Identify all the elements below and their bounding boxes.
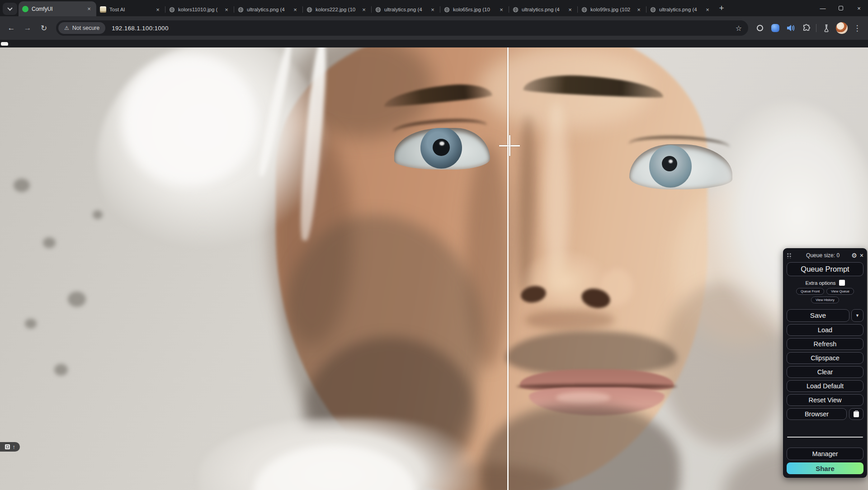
globe-favicon (306, 6, 312, 13)
tab-title: kolo65rs.jpg (10 (453, 7, 496, 12)
extensions-puzzle-icon[interactable] (799, 21, 813, 35)
manager-button[interactable]: Manager (787, 448, 863, 460)
view-queue-button[interactable]: View Queue (826, 288, 854, 295)
save-row: Save ▼ (787, 309, 863, 322)
search-lens-icon[interactable] (753, 21, 767, 35)
tab-search-button[interactable] (3, 3, 17, 15)
comfy-favicon (22, 6, 28, 12)
profile-avatar[interactable] (835, 21, 849, 35)
view-history-button[interactable]: View History (811, 297, 839, 303)
bookmark-star-icon[interactable]: ☆ (735, 24, 743, 33)
tost-favicon (100, 6, 106, 13)
bookmarks-bar (0, 40, 868, 47)
ring-icon (757, 25, 763, 31)
forward-button[interactable]: → (20, 20, 35, 36)
close-window-button[interactable]: × (850, 0, 868, 16)
tab-list: ComfyUI×Tost AI×kolors11010.jpg (×ultral… (19, 0, 715, 16)
experiments-flask-icon[interactable] (819, 21, 834, 35)
portrait-hair (122, 55, 258, 186)
toolbar-divider (816, 24, 816, 32)
tab-close-button[interactable]: × (154, 6, 161, 13)
globe-favicon (650, 6, 656, 13)
tab-title: kolors222.jpg (10 (316, 7, 359, 12)
save-dropdown-button[interactable]: ▼ (851, 309, 863, 322)
save-button[interactable]: Save (787, 309, 849, 322)
blue-extension-icon (771, 24, 779, 32)
reload-button[interactable]: ↻ (36, 20, 52, 36)
comfy-browser-button[interactable]: Browser (787, 408, 847, 420)
tab-ultralytics-png-4[interactable]: ultralytics.png (4× (509, 3, 577, 16)
tab-kolo99rs-jpg-102[interactable]: kolo99rs.jpg (102× (577, 3, 646, 16)
extension-blue-icon[interactable] (768, 21, 783, 35)
portrait-feature (14, 179, 30, 192)
extra-options-checkbox[interactable] (839, 280, 845, 286)
tab-kolors222-jpg-10[interactable]: kolors222.jpg (10× (302, 3, 371, 16)
tab-close-button[interactable]: × (704, 6, 711, 13)
browser-row: Browser (787, 408, 863, 420)
queue-size-label: Queue size: 0 (796, 252, 849, 259)
tab-tost-ai[interactable]: Tost AI× (96, 3, 165, 16)
tab-title: ComfyUI (32, 6, 84, 12)
comfy-clear-button[interactable]: Clear (787, 366, 863, 378)
speaker-glyph (786, 24, 795, 32)
clipboard-icon (854, 411, 859, 417)
tab-close-button[interactable]: × (292, 6, 299, 13)
bookmark-favicon-partial (1, 42, 8, 46)
speaker-icon[interactable] (783, 21, 798, 35)
comfy-refresh-button[interactable]: Refresh (787, 338, 863, 350)
drag-handle-icon[interactable] (787, 253, 792, 259)
tab-ultralytics-png-4[interactable]: ultralytics.png (4× (646, 3, 715, 16)
extra-options-row: Extra options (787, 280, 863, 286)
tab-title: kolors11010.jpg ( (178, 7, 221, 12)
queue-prompt-button[interactable]: Queue Prompt (787, 262, 863, 276)
tab-ultralytics-png-4[interactable]: ultralytics.png (4× (234, 3, 302, 16)
compare-slider-line[interactable] (507, 47, 509, 490)
tab-close-button[interactable]: × (85, 5, 93, 13)
security-chip[interactable]: ⚠ Not secure (58, 22, 105, 34)
comfy-clipspace-button[interactable]: Clipspace (787, 352, 863, 364)
new-tab-button[interactable]: + (715, 1, 728, 15)
tab-close-button[interactable]: × (223, 6, 230, 13)
view-history-row: View History (787, 297, 863, 303)
tab-kolors11010-jpg[interactable]: kolors11010.jpg (× (165, 3, 234, 16)
tab-strip: ComfyUI×Tost AI×kolors11010.jpg (×ultral… (0, 0, 868, 16)
tab-ultralytics-png-4[interactable]: ultralytics.png (4× (371, 3, 440, 16)
canvas-overlay-pill[interactable]: ↑ (0, 442, 20, 452)
queue-front-button[interactable]: Queue Front (796, 288, 824, 295)
puzzle-glyph (802, 24, 811, 33)
warning-icon: ⚠ (64, 25, 69, 31)
comfyui-canvas[interactable]: ↑ Queue size: 0 ⚙ × Queue Prompt Extra o… (0, 47, 868, 490)
share-button[interactable]: Share (787, 462, 863, 474)
comfy-load-default-button[interactable]: Load Default (787, 380, 863, 392)
chevron-down-icon (7, 5, 12, 10)
tab-close-button[interactable]: × (566, 6, 574, 13)
tab-close-button[interactable]: × (635, 6, 642, 13)
tab-comfyui[interactable]: ComfyUI× (19, 1, 96, 16)
tab-close-button[interactable]: × (429, 6, 436, 13)
globe-favicon (169, 6, 175, 13)
comfy-reset-view-button[interactable]: Reset View (787, 394, 863, 406)
browser-window: ComfyUI×Tost AI×kolors11010.jpg (×ultral… (0, 0, 868, 490)
back-button[interactable]: ← (4, 20, 19, 36)
close-panel-icon[interactable]: × (860, 252, 863, 259)
tab-title: ultralytics.png (4 (659, 7, 702, 12)
comfy-load-button[interactable]: Load (787, 324, 863, 336)
tab-close-button[interactable]: × (498, 6, 505, 13)
tab-close-button[interactable]: × (360, 6, 368, 13)
gear-icon[interactable]: ⚙ (851, 252, 857, 259)
image-icon (5, 444, 10, 449)
arrow-up-icon: ↑ (13, 444, 15, 450)
minimize-button[interactable]: — (814, 0, 832, 16)
comfy-menu-header: Queue size: 0 ⚙ × (787, 251, 863, 259)
tab-kolo65rs-jpg-10[interactable]: kolo65rs.jpg (10× (440, 3, 509, 16)
tab-title: ultralytics.png (4 (522, 7, 565, 12)
save-to-browser-button[interactable] (849, 408, 863, 420)
compare-image-portrait (0, 47, 868, 490)
maximize-button[interactable] (832, 0, 850, 16)
globe-favicon (375, 6, 381, 13)
browser-menu-button[interactable]: ⋮ (850, 21, 864, 35)
security-chip-label: Not secure (72, 25, 99, 31)
address-bar[interactable]: ⚠ Not secure 192.168.1.100:1000 ☆ (56, 20, 748, 36)
globe-favicon (512, 6, 519, 13)
queue-size-value: 0 (836, 252, 840, 259)
